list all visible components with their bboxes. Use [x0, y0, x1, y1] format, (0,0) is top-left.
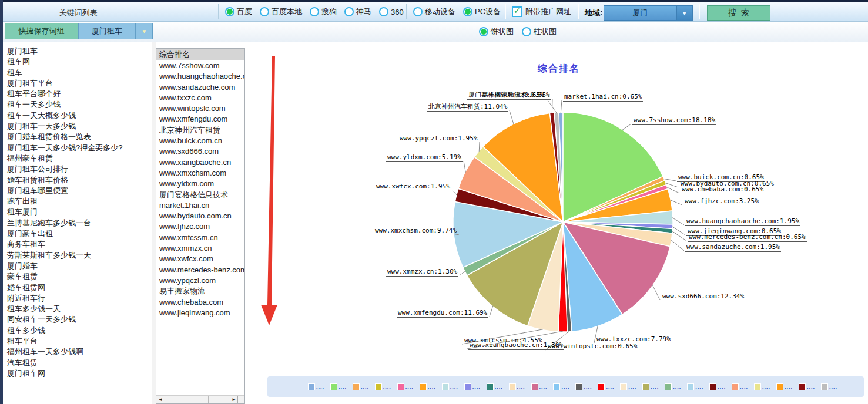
legend-item[interactable]: .... [376, 384, 391, 390]
ranking-item[interactable]: www.huangchaohaoche.com [156, 71, 244, 82]
keyword-item[interactable]: 厦门租车网 [3, 368, 152, 379]
search-engine-radio-神马[interactable]: 神马 [344, 6, 371, 17]
legend-item[interactable]: .... [554, 384, 569, 390]
device-radio-移动设备[interactable]: 移动设备 [413, 6, 455, 17]
keyword-item[interactable]: 厦门租车平台 [3, 78, 152, 89]
scrollbar-thumb[interactable] [208, 396, 209, 403]
region-dropdown-value[interactable]: 厦门 [604, 5, 677, 21]
keyword-item[interactable]: 跑车出租 [3, 196, 152, 207]
legend-item[interactable]: .... [398, 384, 414, 390]
legend-item[interactable]: .... [331, 384, 347, 390]
legend-item[interactable]: .... [710, 384, 726, 390]
keyword-item[interactable]: 婚车租赁租车价格 [3, 175, 152, 186]
keyword-item[interactable]: 租车一天多少钱 [3, 99, 152, 110]
ranking-item[interactable]: www.chebaba.com [156, 297, 244, 308]
ranking-item[interactable]: www.sxd666.com [156, 146, 244, 157]
keyword-item[interactable]: 福州租车一天多少钱啊 [3, 346, 152, 357]
legend-item[interactable]: .... [755, 384, 770, 390]
ranking-item[interactable]: 厦门宴格格信息技术 [156, 190, 244, 200]
legend-item[interactable]: .... [510, 384, 525, 390]
legend-item[interactable]: .... [309, 384, 324, 390]
ranking-item[interactable]: www.yldxm.com [156, 179, 244, 189]
chart-type-radio-柱状图[interactable]: 柱状图 [522, 26, 557, 37]
keyword-item[interactable]: 厦门租车公司排行 [3, 164, 152, 174]
legend-item[interactable]: .... [822, 384, 837, 390]
keyword-item[interactable]: 汽车租赁 [3, 358, 152, 368]
legend-item[interactable]: .... [799, 384, 815, 390]
legend-item[interactable]: .... [777, 384, 793, 390]
keyword-item[interactable]: 福州豪车租赁 [3, 153, 152, 164]
search-engine-radio-搜狗[interactable]: 搜狗 [310, 6, 337, 17]
keyword-item[interactable]: 附近租车行 [3, 293, 152, 304]
keyword-item[interactable]: 同安租车一天多少钱 [3, 314, 152, 325]
ranking-item[interactable]: www.xmmzx.cn [156, 243, 244, 254]
keyword-item[interactable]: 商务车租车 [3, 239, 152, 250]
device-radio-PC设备[interactable]: PC设备 [463, 6, 501, 17]
ranking-item[interactable]: www.ypqczl.com [156, 275, 244, 286]
legend-item[interactable]: .... [643, 384, 659, 390]
keyword-item[interactable]: 租车 [3, 68, 152, 78]
ranking-item[interactable]: www.xwfcx.com [156, 254, 244, 264]
legend-item[interactable]: .... [688, 384, 703, 390]
ranking-item[interactable]: market.1hai.cn [156, 200, 244, 211]
ranking-item[interactable]: www.7sshow.com [156, 60, 244, 71]
ranking-item[interactable]: www.buick.com.cn [156, 136, 244, 146]
promo-url-checkbox[interactable]: ✓ 附带推广网址 [512, 2, 571, 21]
keyword-item[interactable]: 厦门婚车租赁价格一览表 [3, 132, 152, 142]
ranking-item[interactable]: 易丰搬家物流 [156, 286, 244, 297]
ranking-item[interactable]: www.sandazuche.com [156, 82, 244, 93]
legend-item[interactable]: .... [465, 384, 481, 390]
legend-item[interactable]: .... [532, 384, 548, 390]
legend-item[interactable]: .... [487, 384, 503, 390]
keyword-item[interactable]: 厦门豪车出租 [3, 228, 152, 239]
keyword-item[interactable]: 租车网 [3, 56, 152, 67]
keyword-item[interactable]: 厦门租车一天多少钱?押金要多少? [3, 143, 152, 153]
ranking-item[interactable]: www.txxzc.com [156, 93, 244, 103]
search-engine-radio-百度本地[interactable]: 百度本地 [260, 6, 302, 17]
chart-type-radio-饼状图[interactable]: 饼状图 [479, 26, 514, 37]
quick-save-phrases-button[interactable]: 快捷保存词组 [5, 23, 78, 39]
region-dropdown-arrow-button[interactable]: ▼ [677, 5, 693, 21]
keyword-item[interactable]: 租车平台 [3, 336, 152, 346]
legend-item[interactable]: .... [732, 384, 748, 390]
ranking-item[interactable]: www.fjhzc.com [156, 221, 244, 232]
keyword-item[interactable]: 婚车租赁网 [3, 282, 152, 293]
ranking-item[interactable]: www.xmfengdu.com [156, 114, 244, 124]
legend-item[interactable]: .... [576, 384, 592, 390]
legend-item[interactable]: .... [621, 384, 636, 390]
keyword-item[interactable]: 租车一天大概多少钱 [3, 110, 152, 121]
keyword-item[interactable]: 劳斯莱斯租车多少钱一天 [3, 250, 152, 261]
scroll-right-icon[interactable]: ► [232, 396, 236, 403]
phrase-button[interactable]: 厦门租车 [78, 23, 136, 39]
ranking-horizontal-scrollbar[interactable]: ◄ ► [156, 395, 244, 403]
ranking-item[interactable]: 北京神州汽车租赁 [156, 125, 244, 136]
scroll-left-icon[interactable]: ◄ [158, 396, 163, 403]
ranking-item[interactable]: www.xiangbaoche.cn [156, 157, 244, 168]
keyword-item[interactable]: 租车厦门 [3, 207, 152, 217]
keyword-item[interactable]: 豪车租赁 [3, 271, 152, 282]
legend-item[interactable]: .... [353, 384, 369, 390]
keyword-item[interactable]: 厦门租车 [3, 46, 152, 56]
ranking-item[interactable]: www.xmfcssm.cn [156, 233, 244, 243]
keyword-item[interactable]: 租车多少钱一天 [3, 304, 152, 314]
legend-item[interactable]: .... [665, 384, 681, 390]
keyword-item[interactable]: 租车多少钱 [3, 325, 152, 336]
keyword-item[interactable]: 厦门婚车 [3, 261, 152, 271]
ranking-item[interactable]: www.jieqinwang.com [156, 308, 244, 318]
search-engine-radio-百度[interactable]: 百度 [225, 6, 252, 17]
keyword-item[interactable]: 厦门租车哪里便宜 [3, 186, 152, 196]
search-button[interactable]: 搜索 [707, 5, 770, 21]
ranking-item[interactable]: www.xmxchsm.com [156, 168, 244, 179]
legend-item[interactable]: .... [420, 384, 436, 390]
legend-item[interactable]: .... [443, 384, 458, 390]
region-dropdown[interactable]: 厦门 ▼ [604, 5, 693, 19]
keyword-item[interactable]: 租车平台哪个好 [3, 89, 152, 99]
ranking-item[interactable]: www.bydauto.com.cn [156, 211, 244, 221]
legend-item[interactable]: .... [598, 384, 614, 390]
phrase-dropdown-button[interactable]: ▼ [136, 23, 153, 39]
ranking-item[interactable]: www.mercedes-benz.com.cn [156, 265, 244, 275]
ranking-item[interactable]: www.wintopslc.com [156, 103, 244, 114]
keyword-item[interactable]: 厦门租车一天多少钱 [3, 121, 152, 132]
keyword-item[interactable]: 兰博基尼跑车多少钱一台 [3, 218, 152, 228]
search-engine-radio-360[interactable]: 360 [379, 7, 404, 16]
